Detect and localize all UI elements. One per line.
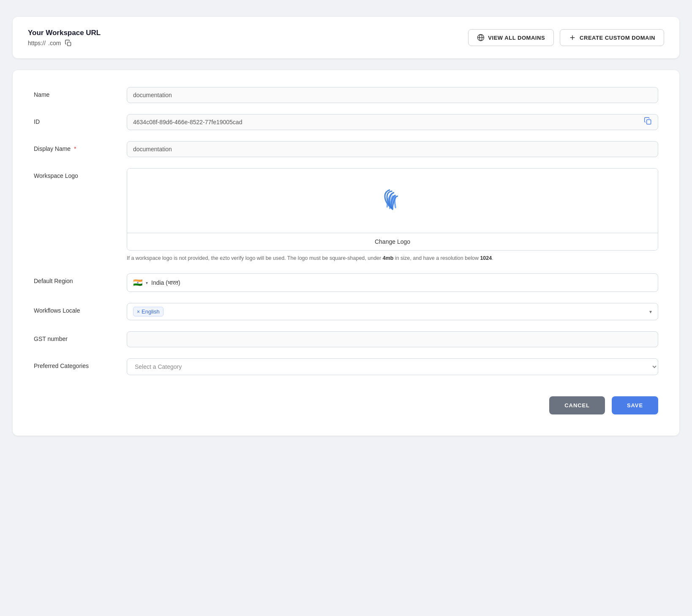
name-input[interactable] xyxy=(127,87,658,103)
create-custom-label: CREATE CUSTOM DOMAIN xyxy=(580,35,655,41)
display-name-label: Display Name * xyxy=(34,141,127,152)
url-left: Your Workspace URL https:// .com xyxy=(28,29,101,46)
form-card: Name ID Display Name * xyxy=(13,70,679,436)
locale-tags: × English xyxy=(133,307,163,316)
workflows-locale-row: Workflows Locale × English ▾ xyxy=(34,303,658,320)
gst-input[interactable] xyxy=(127,331,658,347)
id-control xyxy=(127,114,658,130)
id-wrap xyxy=(127,114,658,130)
gst-control xyxy=(127,331,658,347)
url-row: https:// .com xyxy=(28,40,101,46)
create-custom-domain-button[interactable]: CREATE CUSTOM DOMAIN xyxy=(560,29,664,46)
categories-control: Select a Category xyxy=(127,358,658,375)
id-copy-icon[interactable] xyxy=(644,117,652,128)
region-select[interactable]: 🇮🇳 ▾ India (भारत) xyxy=(127,273,658,292)
name-control xyxy=(127,87,658,103)
id-row: ID xyxy=(34,114,658,130)
display-name-control xyxy=(127,141,658,157)
locale-control: × English ▾ xyxy=(127,303,658,320)
region-value: India (भारत) xyxy=(151,279,180,286)
url-copy-icon[interactable] xyxy=(65,40,72,46)
locale-tag-label: English xyxy=(142,308,160,315)
workspace-url-title: Your Workspace URL xyxy=(28,29,101,37)
logo-control: Change Logo If a workspace logo is not p… xyxy=(127,168,658,262)
default-region-label: Default Region xyxy=(34,273,127,284)
locale-chevron-icon: ▾ xyxy=(649,309,652,315)
form-footer: CANCEL SAVE xyxy=(34,392,658,414)
gst-row: GST number xyxy=(34,331,658,347)
default-region-row: Default Region 🇮🇳 ▾ India (भारत) xyxy=(34,273,658,292)
locale-select[interactable]: × English ▾ xyxy=(127,303,658,320)
workspace-logo-row: Workspace Logo xyxy=(34,168,658,262)
plus-icon xyxy=(569,34,576,41)
svg-rect-0 xyxy=(68,42,71,46)
workspace-logo-image xyxy=(377,185,408,216)
workspace-logo-label: Workspace Logo xyxy=(34,168,127,179)
flag-dropdown-arrow: ▾ xyxy=(146,281,148,285)
url-prefix: https:// xyxy=(28,40,46,46)
required-marker: * xyxy=(72,145,76,152)
gst-label: GST number xyxy=(34,331,127,342)
remove-english-icon[interactable]: × xyxy=(137,309,140,315)
change-logo-button[interactable]: Change Logo xyxy=(127,233,658,250)
url-card: Your Workspace URL https:// .com VIEW AL… xyxy=(13,17,679,58)
logo-hint: If a workspace logo is not provided, the… xyxy=(127,254,658,262)
category-select[interactable]: Select a Category xyxy=(127,358,658,375)
logo-display xyxy=(127,169,658,233)
view-all-label: VIEW ALL DOMAINS xyxy=(488,35,545,41)
view-all-domains-button[interactable]: VIEW ALL DOMAINS xyxy=(468,29,554,46)
save-button[interactable]: SAVE xyxy=(612,396,658,414)
globe-icon xyxy=(477,34,485,41)
id-label: ID xyxy=(34,114,127,125)
region-control: 🇮🇳 ▾ India (भारत) xyxy=(127,273,658,292)
workflows-locale-label: Workflows Locale xyxy=(34,303,127,314)
url-suffix: .com xyxy=(48,40,61,46)
name-label: Name xyxy=(34,87,127,98)
locale-tag-english: × English xyxy=(133,307,163,316)
logo-box: Change Logo xyxy=(127,168,658,251)
svg-rect-3 xyxy=(647,120,651,124)
cancel-button[interactable]: CANCEL xyxy=(549,396,605,414)
preferred-categories-row: Preferred Categories Select a Category xyxy=(34,358,658,375)
url-right: VIEW ALL DOMAINS CREATE CUSTOM DOMAIN xyxy=(468,29,664,46)
preferred-categories-label: Preferred Categories xyxy=(34,358,127,369)
id-input[interactable] xyxy=(127,114,658,130)
display-name-row: Display Name * xyxy=(34,141,658,157)
flag-icon: 🇮🇳 xyxy=(133,278,142,287)
display-name-input[interactable] xyxy=(127,141,658,157)
name-row: Name xyxy=(34,87,658,103)
